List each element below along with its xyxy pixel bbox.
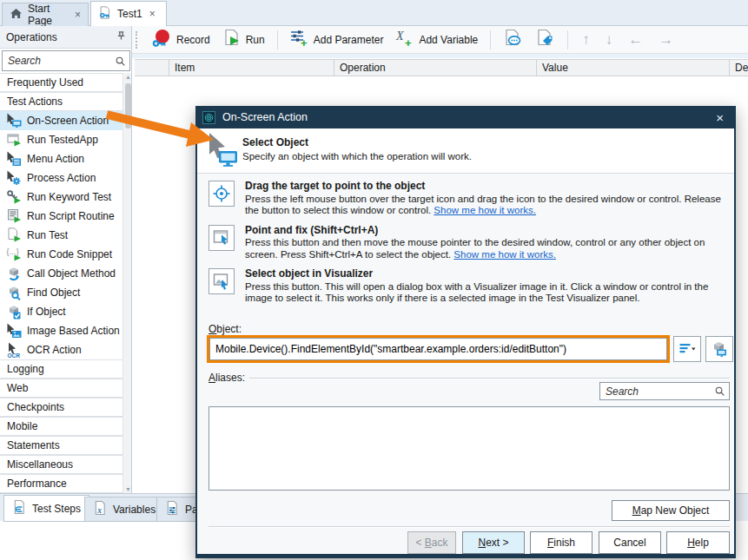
operations-search-input[interactable] — [3, 51, 129, 70]
object-label: Object: — [209, 323, 242, 335]
group-test-actions[interactable]: Test Actions — [0, 92, 132, 111]
operation-call-object-method[interactable]: Call Object Method — [0, 264, 132, 283]
operation-run-script-routine[interactable]: Run Script Routine — [0, 207, 132, 226]
move-left-icon[interactable]: ← — [623, 31, 648, 49]
comment-icon — [503, 29, 523, 51]
toolbar-grip[interactable] — [136, 31, 139, 49]
tab-test1[interactable]: Test1 × — [90, 1, 167, 26]
key-run-icon — [6, 189, 22, 205]
option-drag-target: Drag the target to point to the object P… — [209, 181, 726, 217]
back-button[interactable]: < Back — [407, 531, 456, 554]
move-up-icon[interactable]: ↑ — [577, 31, 595, 49]
record-icon — [151, 28, 172, 51]
add-variable-button[interactable]: X+ Add Variable — [392, 27, 481, 52]
keyword-test-icon — [98, 5, 112, 23]
add-parameter-button[interactable]: + Add Parameter — [287, 27, 387, 52]
tab-label: Start Page — [28, 3, 68, 27]
group-performance[interactable]: Performance — [0, 474, 132, 493]
comment-button[interactable] — [500, 27, 526, 53]
tab-start-page[interactable]: Start Page × — [2, 3, 89, 26]
operation-on-screen-action[interactable]: On-Screen Action — [0, 111, 132, 130]
aliases-search-input[interactable] — [600, 383, 729, 399]
run-icon — [222, 29, 242, 50]
dialog-footer-divider — [209, 526, 730, 528]
on-screen-action-dialog: On-Screen Action × Select Object Specify… — [195, 106, 736, 558]
move-right-icon[interactable]: → — [653, 31, 678, 49]
close-tab-icon[interactable]: × — [75, 9, 81, 21]
scroll-thumb[interactable] — [125, 83, 131, 128]
svg-text:+: + — [405, 36, 412, 48]
operation-image-based-action[interactable]: Image Based Action — [0, 321, 132, 340]
operation-if-object[interactable]: If Object — [0, 302, 132, 321]
column-header-description[interactable]: Descri — [730, 60, 748, 76]
column-header-value[interactable]: Value — [537, 60, 730, 76]
operation-find-object[interactable]: Find Object — [0, 283, 132, 302]
dialog-titlebar[interactable]: On-Screen Action × — [195, 106, 736, 128]
tag-button[interactable] — [532, 27, 559, 53]
tab-test-steps[interactable]: Test Steps — [3, 495, 89, 522]
dialog-header: Select Object Specify an object with whi… — [197, 128, 734, 174]
group-logging[interactable]: Logging — [0, 359, 132, 379]
search-icon — [115, 56, 126, 69]
drag-target-button[interactable] — [209, 181, 235, 207]
option-title: Select object in Visualizer — [245, 268, 726, 280]
dialog-app-icon — [202, 111, 215, 124]
option-point-and-fix: Point and fix (Shift+Ctrl+A) Press this … — [209, 225, 726, 261]
tab-label: Test1 — [117, 8, 142, 20]
object-format-dropdown-button[interactable] — [673, 336, 701, 362]
aliases-label: Aliases: — [209, 372, 245, 384]
operations-panel: Operations Frequently Used Test Actions … — [0, 26, 132, 493]
operation-run-keyword-test[interactable]: Run Keyword Test — [0, 188, 132, 207]
group-mobile[interactable]: Mobile — [0, 417, 132, 436]
highlight-object-button[interactable] — [705, 336, 733, 362]
object-input[interactable] — [209, 338, 667, 360]
operation-run-testedapp[interactable]: Run TestedApp — [0, 130, 132, 149]
finish-button[interactable]: Finish — [530, 531, 592, 554]
point-and-fix-button[interactable] — [209, 225, 235, 251]
close-tab-icon[interactable]: × — [149, 8, 156, 20]
group-statements[interactable]: Statements — [0, 436, 132, 455]
operation-ocr-action[interactable]: OCR OCR Action — [0, 340, 132, 359]
close-dialog-icon[interactable]: × — [711, 110, 729, 125]
move-down-icon[interactable]: ↓ — [600, 31, 619, 49]
aliases-list[interactable] — [209, 406, 730, 491]
operations-list: Frequently Used Test Actions On-Screen A… — [0, 73, 132, 493]
operation-run-code-snippet[interactable]: {…} Run Code Snippet — [0, 245, 132, 264]
add-variable-icon: X+ — [395, 29, 414, 50]
record-button[interactable]: Record — [148, 26, 214, 53]
operation-process-action[interactable]: Process Action — [0, 168, 132, 188]
column-header[interactable] — [135, 60, 169, 76]
pin-icon[interactable] — [116, 30, 126, 43]
show-me-how-link[interactable]: Show me how it works. — [434, 205, 536, 215]
script-run-icon — [6, 208, 22, 224]
run-button[interactable]: Run — [219, 27, 268, 52]
cursor-menu-icon — [6, 151, 22, 167]
operation-run-test[interactable]: Run Test — [0, 226, 132, 245]
option-text: Press this button. This will open a dial… — [245, 281, 708, 304]
svg-text:+: + — [301, 36, 308, 48]
group-miscellaneous[interactable]: Miscellaneous — [0, 455, 132, 474]
tab-variables[interactable]: x Variables — [84, 497, 164, 522]
cancel-button[interactable]: Cancel — [599, 531, 661, 554]
svg-text:x: x — [96, 506, 102, 515]
group-frequently-used[interactable]: Frequently Used — [0, 73, 132, 92]
map-new-object-button[interactable]: Map New Object — [612, 500, 730, 521]
show-me-how-link[interactable]: Show me how it works. — [453, 249, 556, 260]
document-tabbar: Start Page × Test1 × — [0, 0, 748, 26]
parameters-icon — [165, 500, 180, 518]
group-web[interactable]: Web — [0, 379, 132, 398]
select-in-visualizer-button[interactable] — [209, 268, 235, 294]
column-header-operation[interactable]: Operation — [334, 60, 537, 76]
object-if-icon — [6, 304, 22, 320]
toolbar-bottom-strip — [132, 54, 748, 58]
help-button[interactable]: Help — [666, 531, 730, 554]
aliases-search[interactable] — [599, 382, 730, 400]
next-button[interactable]: Next > — [462, 531, 525, 554]
column-header-item[interactable]: Item — [169, 60, 334, 76]
dialog-bottom-border — [195, 554, 736, 558]
dialog-title: On-Screen Action — [222, 111, 711, 123]
test-steps-icon — [12, 499, 27, 517]
group-checkpoints[interactable]: Checkpoints — [0, 398, 132, 417]
operations-search[interactable] — [2, 50, 130, 71]
operation-menu-action[interactable]: Menu Action — [0, 149, 132, 168]
